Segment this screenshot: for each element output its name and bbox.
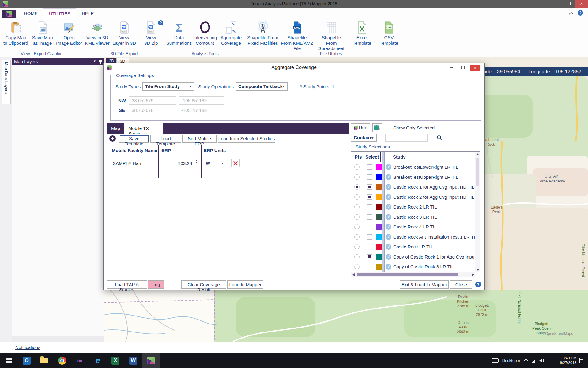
select-checkbox[interactable] <box>367 264 372 269</box>
notifications-link[interactable]: Notifications <box>15 345 40 350</box>
extent-button[interactable]: ↕ <box>372 123 382 132</box>
touch-keyboard-icon[interactable] <box>492 358 499 363</box>
horizontal-scrollbar[interactable] <box>351 272 475 277</box>
close-dialog-button[interactable]: Close <box>450 280 472 289</box>
taskbar-clock[interactable]: 3:49 PM 9/27/2018 <box>560 356 576 365</box>
taskbar-edge[interactable]: e <box>89 353 107 368</box>
map-layers-panel-body[interactable] <box>12 65 104 342</box>
load-in-mapper-button[interactable]: Load In Mapper <box>227 280 263 289</box>
select-checkbox[interactable] <box>367 164 372 170</box>
taskbar-excel[interactable]: X <box>107 353 124 368</box>
ribbon-help-icon[interactable]: ? <box>578 10 583 16</box>
csv-template-button[interactable]: CSV CSV Template <box>375 20 402 51</box>
pts-radio[interactable] <box>354 244 360 249</box>
pts-radio[interactable] <box>354 234 360 240</box>
taskbar-chrome[interactable] <box>53 353 71 368</box>
battery-icon[interactable] <box>548 359 554 362</box>
scroll-up-icon[interactable] <box>476 153 479 155</box>
select-checkbox[interactable] <box>367 254 372 259</box>
study-color-swatch[interactable] <box>376 174 382 180</box>
tray-expand-icon[interactable] <box>524 358 528 362</box>
study-color-swatch[interactable] <box>376 204 382 210</box>
shapefile-from-kml-kmz-button[interactable]: KML Shapefile From KML/KMZ File <box>280 20 314 51</box>
study-color-swatch[interactable] <box>376 224 382 230</box>
start-button[interactable] <box>0 353 18 368</box>
tab-help[interactable]: HELP <box>76 8 99 19</box>
select-checkbox[interactable] <box>367 244 372 249</box>
pts-radio[interactable] <box>354 184 360 190</box>
open-image-editor-button[interactable]: Open Image Editor <box>56 20 82 51</box>
study-color-swatch[interactable] <box>376 184 382 190</box>
pts-radio[interactable] <box>354 214 360 220</box>
taskbar-file-explorer[interactable] <box>36 353 53 368</box>
pts-radio[interactable] <box>354 204 360 209</box>
info-icon[interactable]: i <box>386 214 391 220</box>
pts-radio[interactable] <box>354 224 360 229</box>
pts-radio[interactable] <box>354 164 360 170</box>
taskbar-outlook[interactable]: O <box>18 353 36 368</box>
pts-radio[interactable] <box>354 254 360 259</box>
info-icon[interactable]: i <box>386 204 391 210</box>
ribbon-collapse-button[interactable] <box>570 11 573 17</box>
se-longitude-field[interactable] <box>179 106 224 114</box>
info-icon[interactable]: i <box>386 264 391 270</box>
add-row-button[interactable]: + <box>109 135 116 142</box>
study-color-swatch[interactable] <box>376 264 382 270</box>
info-icon[interactable]: i <box>386 194 391 200</box>
dialog-maximize-button[interactable] <box>458 65 468 71</box>
select-checkbox[interactable] <box>367 214 372 220</box>
scrollbar-thumb[interactable] <box>476 158 479 186</box>
info-icon[interactable]: i <box>386 174 391 180</box>
action-center-icon[interactable] <box>579 358 585 363</box>
study-color-swatch[interactable] <box>376 164 382 170</box>
select-checkbox[interactable] <box>367 204 372 209</box>
erp-input[interactable] <box>162 159 194 167</box>
exit-and-load-in-mapper-button[interactable]: Exit & Load In Mapper <box>400 280 449 289</box>
taskbar-visual-studio[interactable]: ∞ <box>71 353 89 368</box>
clear-coverage-result-button[interactable]: Clear Coverage Result <box>181 280 226 289</box>
pts-radio[interactable] <box>354 174 360 180</box>
show-only-selected-checkbox[interactable] <box>386 125 391 130</box>
study-color-swatch[interactable] <box>376 244 382 250</box>
select-checkbox[interactable] <box>367 194 372 200</box>
tab-home[interactable]: HOME <box>18 8 43 19</box>
pts-radio[interactable] <box>354 194 360 200</box>
nw-longitude-field[interactable] <box>179 96 224 105</box>
nw-latitude-field[interactable] <box>129 96 176 105</box>
dialog-help-icon[interactable]: ? <box>475 282 481 287</box>
desktop-expand-icon[interactable]: » <box>518 358 520 363</box>
study-color-swatch[interactable] <box>376 254 382 260</box>
select-checkbox[interactable] <box>367 174 372 180</box>
taskbar-tap-mapper-active[interactable] <box>142 353 160 368</box>
dialog-minimize-button[interactable] <box>446 65 456 71</box>
shapefile-from-fixed-facilities-button[interactable]: Shapefile From Fixed Facilities <box>246 20 280 51</box>
facility-name-input[interactable] <box>110 159 156 167</box>
save-map-as-image-button[interactable]: Save Map as Image <box>29 20 56 51</box>
desktop-label[interactable]: Desktop <box>502 358 517 363</box>
taskbar-word[interactable]: W <box>124 353 142 368</box>
study-filter-input[interactable] <box>385 134 428 142</box>
erp-units-dropdown[interactable]: W ▼ <box>203 159 226 167</box>
load-from-selected-studies-button[interactable]: Load from Selected Studies <box>218 135 275 143</box>
contains-dropdown[interactable]: Contains ▼ <box>351 134 377 142</box>
se-latitude-field[interactable] <box>129 106 176 114</box>
intersecting-contours-button[interactable]: Intersecting Contours <box>192 20 218 51</box>
study-operations-dropdown[interactable]: Composite Talkback ▼ <box>236 82 288 91</box>
dialog-titlebar[interactable]: Aggregate Coverage ✕ <box>104 63 484 72</box>
excel-template-button[interactable]: Excel Template <box>349 20 375 51</box>
close-button[interactable]: × <box>575 0 588 8</box>
info-icon[interactable]: i <box>386 224 391 230</box>
info-icon[interactable]: i <box>386 164 391 170</box>
tab-map[interactable]: Map <box>107 123 124 134</box>
view-layer-in-3d-button[interactable]: KML View Layer in 3D <box>111 20 138 51</box>
run-button[interactable]: Run <box>351 123 370 132</box>
shapefile-from-spreadsheet-button[interactable]: Shapefile From Spreadsheet <box>314 20 349 51</box>
map-data-layers-tab[interactable]: Map Data Layers <box>2 60 11 104</box>
tab-utilities[interactable]: UTILITIES <box>43 8 76 19</box>
scroll-left-icon[interactable] <box>352 273 355 276</box>
ribbon-app-button[interactable] <box>2 10 16 18</box>
erp-stepper[interactable]: ▲▼ <box>195 160 198 164</box>
dialog-close-button[interactable]: ✕ <box>470 65 480 71</box>
select-checkbox[interactable] <box>367 184 372 190</box>
study-types-dropdown[interactable]: Tile From Study ▼ <box>142 82 194 91</box>
